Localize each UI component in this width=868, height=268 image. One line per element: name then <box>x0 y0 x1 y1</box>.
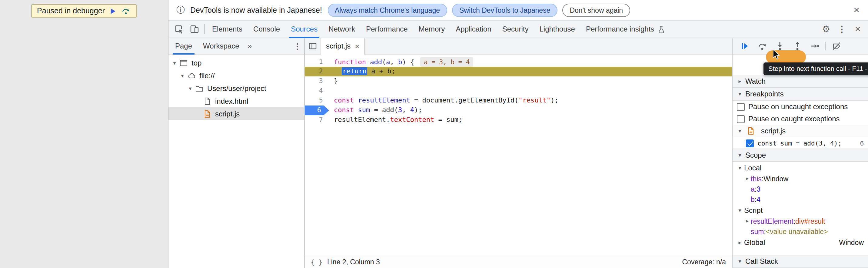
line-number[interactable]: 3 <box>305 77 329 86</box>
toggle-navigator-icon[interactable] <box>305 38 320 54</box>
tree-item-top[interactable]: ▾top <box>168 56 304 69</box>
step-icon[interactable] <box>806 38 824 54</box>
checkbox[interactable] <box>737 115 745 123</box>
code-line-1[interactable]: 1function add(a, b) {a = 3, b = 4 <box>305 57 732 67</box>
code-line-5[interactable]: 5const resultElement = document.getEleme… <box>305 96 732 106</box>
code-line-3[interactable]: 3} <box>305 77 732 86</box>
resume-icon <box>109 7 117 15</box>
cursor-position: Line 2, Column 3 <box>327 258 380 265</box>
deactivate-breakpoints-icon[interactable] <box>828 38 845 54</box>
inspect-element-icon[interactable] <box>171 21 187 37</box>
overlay-resume-button[interactable] <box>108 7 118 15</box>
panel-tabs: ElementsConsoleSourcesNetworkPerformance… <box>207 20 671 38</box>
settings-gear-icon[interactable]: ⚙ <box>818 21 834 37</box>
breakpoint-file-group[interactable]: ▾script.js <box>733 125 868 137</box>
banner-close-icon[interactable]: × <box>851 4 862 16</box>
tab-label: Security <box>502 25 529 33</box>
always-match-chrome-s-language-button[interactable]: Always match Chrome's language <box>328 3 447 17</box>
close-devtools-icon[interactable]: × <box>850 21 866 37</box>
resume-script-icon[interactable] <box>736 38 753 54</box>
code-editor[interactable]: 1function add(a, b) {a = 3, b = 42 retur… <box>305 55 732 255</box>
triangle-icon: ▾ <box>737 91 743 97</box>
tab-label: Lighthouse <box>539 25 575 33</box>
editor-tab-script-js[interactable]: script.js × <box>320 38 365 54</box>
tab-console[interactable]: Console <box>248 20 285 38</box>
line-number[interactable]: 1 <box>305 57 329 67</box>
code-line-4[interactable]: 4 <box>305 86 732 96</box>
navigator-tab-page[interactable]: Page <box>170 38 197 54</box>
navigator-tab-workspace[interactable]: Workspace <box>197 38 245 54</box>
frame-icon <box>179 58 188 67</box>
toolbar-divider <box>204 24 205 34</box>
checkbox[interactable] <box>737 103 745 111</box>
scope-section-label: Global <box>744 238 765 246</box>
breakpoint-entry[interactable]: const sum = add(3, 4);6 <box>733 137 868 149</box>
line-number[interactable]: 4 <box>305 86 329 96</box>
code-text: const resultElement = document.getElemen… <box>329 96 732 106</box>
variable-name: sum <box>751 228 764 235</box>
breakpoint-marker[interactable]: 6 <box>305 106 329 115</box>
variable-name: resultElement <box>751 217 794 225</box>
tab-label: Memory <box>419 25 445 33</box>
tab-sources[interactable]: Sources <box>285 20 323 38</box>
tab-label: Console <box>253 25 280 33</box>
section-watch[interactable]: ▸ Watch <box>733 75 868 88</box>
page-icon <box>203 96 212 106</box>
tab-network[interactable]: Network <box>323 20 361 38</box>
tree-item-index-html[interactable]: index.html <box>168 95 304 107</box>
overlay-step-over-button[interactable] <box>121 7 131 15</box>
navigator-kebab-icon[interactable]: ⋮ <box>291 41 304 51</box>
code-text: function add(a, b) {a = 3, b = 4 <box>329 57 732 67</box>
coverage-status: Coverage: n/a <box>682 258 726 265</box>
scope-variable-resultelement[interactable]: ▸resultElement: div#result <box>733 216 868 226</box>
close-tab-icon[interactable]: × <box>355 41 359 51</box>
checkbox[interactable] <box>746 139 754 147</box>
scope-section-local[interactable]: ▾Local <box>733 162 868 173</box>
switch-devtools-to-japanese-button[interactable]: Switch DevTools to Japanese <box>452 3 557 17</box>
variable-name: a <box>751 185 755 192</box>
tree-item-label: file:// <box>199 71 215 80</box>
don-t-show-again-button[interactable]: Don't show again <box>562 3 630 17</box>
pretty-print-icon[interactable]: { } <box>311 258 322 265</box>
tab-security[interactable]: Security <box>497 20 534 38</box>
panels: PageWorkspace » ⋮ ▾top▾file://▾Users/use… <box>168 38 868 268</box>
scope-variable-sum[interactable]: sum: <value unavailable> <box>733 226 868 236</box>
tree-item-script-js[interactable]: script.js <box>168 107 304 120</box>
triangle-icon: ▾ <box>737 152 743 158</box>
tree-item-label: script.js <box>215 110 240 118</box>
code-line-6[interactable]: 6const sum = add(3, 4); <box>305 106 732 115</box>
debugger-sidebar: ▸ Watch ▾ Breakpoints Pause on uncaught … <box>732 38 868 268</box>
devtools-toolbar: ElementsConsoleSourcesNetworkPerformance… <box>168 21 868 38</box>
kebab-menu-icon[interactable]: ⋮ <box>834 21 850 37</box>
line-number[interactable]: 2 <box>305 67 329 77</box>
scope-section-global[interactable]: ▸GlobalWindow <box>733 236 868 248</box>
section-breakpoints[interactable]: ▾ Breakpoints <box>733 87 868 101</box>
pause-on-caught-exceptions-row[interactable]: Pause on caught exceptions <box>733 113 868 125</box>
tree-item-file[interactable]: ▾file:// <box>168 69 304 82</box>
scope-section-script[interactable]: ▾Script <box>733 204 868 216</box>
line-number[interactable]: 5 <box>305 96 329 106</box>
code-line-2[interactable]: 2 return a + b; <box>305 67 732 77</box>
line-number[interactable]: 7 <box>305 115 329 125</box>
breakpoint-line-number: 6 <box>860 140 864 147</box>
section-call-stack[interactable]: ▾ Call Stack <box>733 255 868 268</box>
tree-item-label: index.html <box>215 97 248 105</box>
tab-performance[interactable]: Performance <box>361 20 413 38</box>
flask-icon <box>657 25 665 33</box>
tab-lighthouse[interactable]: Lighthouse <box>534 20 580 38</box>
more-tabs-icon[interactable]: » <box>245 42 255 50</box>
scope-variable-a[interactable]: a: 3 <box>733 184 868 194</box>
tab-application[interactable]: Application <box>450 20 497 38</box>
scope-variable-b[interactable]: b: 4 <box>733 194 868 204</box>
triangle-icon: ▸ <box>744 176 751 181</box>
code-line-7[interactable]: 7resultElement.textContent = sum; <box>305 115 732 125</box>
tab-memory[interactable]: Memory <box>413 20 451 38</box>
tab-elements[interactable]: Elements <box>207 20 248 38</box>
tree-item-users-user-project[interactable]: ▾Users/user/project <box>168 82 304 95</box>
scope-variable-this[interactable]: ▸this: Window <box>733 173 868 184</box>
section-scope[interactable]: ▾ Scope <box>733 149 868 162</box>
inline-parameter-hint: a = 3, b = 4 <box>420 57 473 67</box>
pause-on-uncaught-exceptions-row[interactable]: Pause on uncaught exceptions <box>733 101 868 113</box>
tab-performance-insights[interactable]: Performance insights <box>581 20 671 38</box>
device-toolbar-icon[interactable] <box>187 21 203 37</box>
